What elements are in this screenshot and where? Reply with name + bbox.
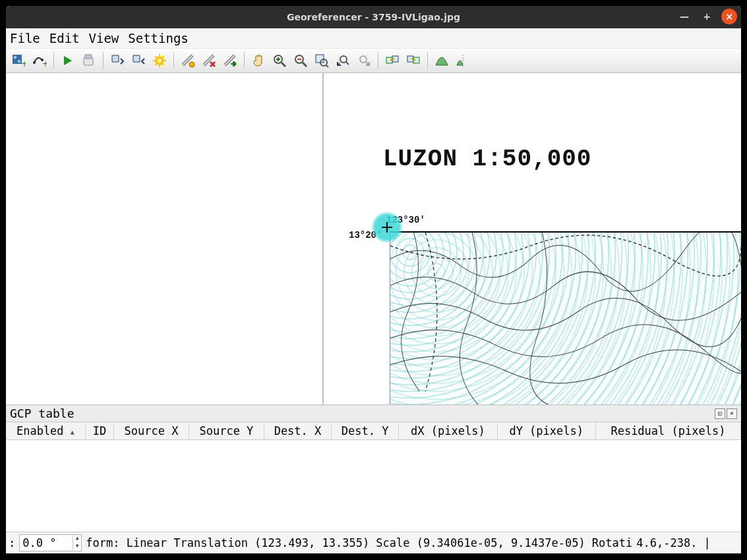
add-point-icon[interactable] <box>178 51 198 70</box>
svg-rect-1 <box>14 56 16 59</box>
transform-status-label: form: Linear Translation (123.493, 13.35… <box>86 536 632 549</box>
gcp-panel-title: GCP table <box>10 406 75 420</box>
save-gcp-icon[interactable] <box>129 51 148 70</box>
statusbar: : ▲ ▼ form: Linear Translation (123.493,… <box>6 532 741 553</box>
close-button[interactable]: × <box>721 9 737 24</box>
svg-line-18 <box>163 56 164 57</box>
move-point-icon[interactable] <box>220 51 240 70</box>
svg-line-40 <box>346 62 349 65</box>
zoom-next-icon[interactable] <box>354 51 374 70</box>
maximize-button[interactable]: + <box>699 9 715 24</box>
zoom-to-layer-icon[interactable] <box>312 51 332 70</box>
svg-line-16 <box>155 56 156 57</box>
menu-edit[interactable]: Edit <box>49 31 80 45</box>
window-title: Georeferencer - 3759-IVLigao.jpg <box>287 12 460 22</box>
titlebar: Georeferencer - 3759-IVLigao.jpg — + × <box>6 6 741 28</box>
col-dest-x[interactable]: Dest. X <box>264 422 331 440</box>
canvas-map-pane[interactable]: LUZON 1:50,000 123°30' 13°20' <box>324 73 741 405</box>
svg-line-34 <box>303 63 307 67</box>
svg-rect-2 <box>18 60 20 63</box>
zoom-out-icon[interactable] <box>291 51 311 70</box>
svg-line-30 <box>282 63 285 67</box>
col-enabled[interactable]: Enabled ▲ <box>6 422 85 440</box>
svg-text:+: + <box>21 59 26 68</box>
generate-gdal-icon[interactable] <box>79 51 99 70</box>
svg-point-39 <box>340 56 347 63</box>
load-gcp-icon[interactable] <box>107 51 127 70</box>
svg-rect-9 <box>85 55 92 59</box>
col-dest-y[interactable]: Dest. Y <box>332 422 399 440</box>
col-dy[interactable]: dY (pixels) <box>497 422 595 440</box>
toolbar: + + <box>6 49 741 73</box>
transform-settings-icon[interactable] <box>150 51 169 70</box>
statusbar-leading-fragment: : <box>9 536 15 549</box>
local-histogram-stretch-icon[interactable] <box>453 51 473 70</box>
corner-latitude-label: 13°20' <box>349 230 382 240</box>
start-georef-icon[interactable] <box>58 51 78 70</box>
gcp-undock-button[interactable]: ◱ <box>715 408 725 419</box>
svg-rect-36 <box>316 55 324 63</box>
open-raster-icon[interactable]: + <box>9 51 28 70</box>
col-source-y[interactable]: Source Y <box>189 422 264 440</box>
svg-point-22 <box>189 62 194 67</box>
rotation-input[interactable] <box>20 535 73 551</box>
link-georef-to-qgis-icon[interactable] <box>382 51 402 70</box>
rotation-step-up[interactable]: ▲ <box>73 535 81 543</box>
svg-text:+: + <box>42 59 47 68</box>
link-qgis-to-georef-icon[interactable] <box>403 51 423 70</box>
corner-longitude-label: 123°30' <box>386 215 425 225</box>
map-title-label: LUZON 1:50,000 <box>383 146 591 173</box>
col-source-x[interactable]: Source X <box>114 422 189 440</box>
full-histogram-stretch-icon[interactable] <box>432 51 452 70</box>
add-vector-icon[interactable]: + <box>30 51 49 70</box>
svg-point-4 <box>33 61 36 64</box>
gcp-close-button[interactable]: ✕ <box>727 408 737 419</box>
gcp-panel-header: GCP table ◱ ✕ <box>6 405 741 422</box>
svg-line-17 <box>163 64 164 65</box>
statusbar-trailing-fragment: | <box>703 536 710 549</box>
pan-icon[interactable] <box>249 51 268 70</box>
svg-line-19 <box>155 64 156 65</box>
zoom-in-icon[interactable] <box>270 51 289 70</box>
gcp-panel: GCP table ◱ ✕ Enabled ▲ ID Source X Sour… <box>6 405 741 532</box>
menu-settings[interactable]: Settings <box>128 31 189 45</box>
col-id[interactable]: ID <box>85 422 113 440</box>
canvas-left-pane[interactable] <box>6 73 324 405</box>
gcp-table[interactable]: Enabled ▲ ID Source X Source Y Dest. X D… <box>6 422 741 532</box>
col-residual[interactable]: Residual (pixels) <box>595 422 740 440</box>
svg-marker-7 <box>64 56 72 65</box>
col-dx[interactable]: dX (pixels) <box>399 422 497 440</box>
svg-line-38 <box>326 65 328 67</box>
delete-point-icon[interactable] <box>199 51 219 70</box>
minimize-button[interactable]: — <box>676 9 692 24</box>
canvas-area: LUZON 1:50,000 123°30' 13°20' <box>6 73 741 405</box>
gcp-table-header-row: Enabled ▲ ID Source X Source Y Dest. X D… <box>6 422 741 440</box>
rotation-spinbox[interactable]: ▲ ▼ <box>19 534 82 551</box>
menubar: File Edit View Settings <box>6 28 741 49</box>
rotation-step-down[interactable]: ▼ <box>73 543 81 551</box>
map-raster: 729 Coconut <box>390 231 741 405</box>
menu-view[interactable]: View <box>89 31 119 45</box>
zoom-last-icon[interactable] <box>333 51 353 70</box>
svg-point-41 <box>360 56 367 63</box>
georeferencer-window: Georeferencer - 3759-IVLigao.jpg — + × F… <box>6 6 741 553</box>
menu-file[interactable]: File <box>10 31 40 45</box>
cursor-coord-label: 4.6,-238. <box>636 536 697 549</box>
svg-point-11 <box>158 59 162 63</box>
